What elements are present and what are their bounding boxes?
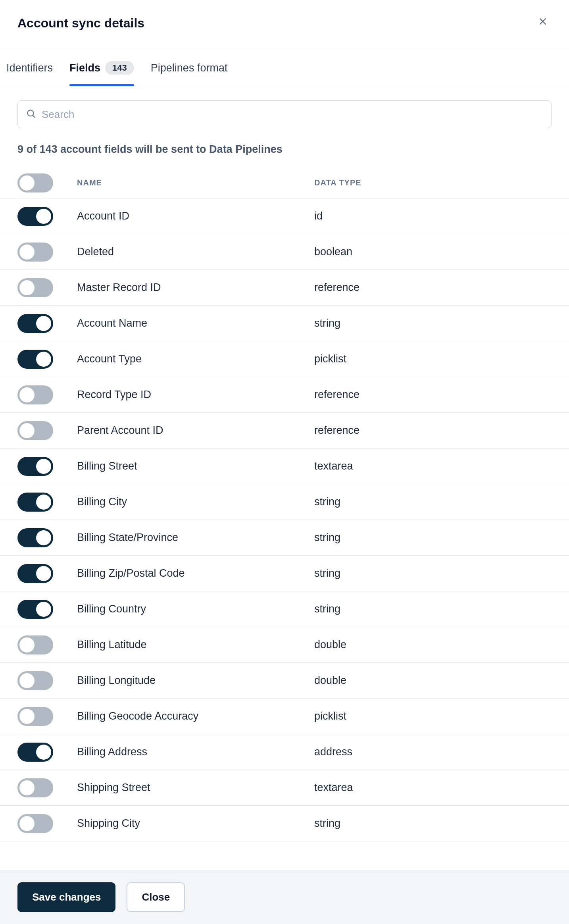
tab-label: Pipelines format [151, 62, 228, 74]
field-name: Billing Longitude [77, 674, 314, 687]
field-name: Deleted [77, 246, 314, 258]
close-footer-button[interactable]: Close [127, 882, 185, 901]
field-name: Account ID [77, 210, 314, 222]
fields-table: Name Data Type Account IDidDeletedboolea… [17, 167, 552, 841]
field-type: boolean [314, 246, 552, 258]
field-toggle[interactable] [17, 207, 53, 226]
field-toggle[interactable] [17, 814, 53, 833]
field-type: string [314, 603, 552, 615]
field-type: double [314, 639, 552, 651]
field-toggle[interactable] [17, 564, 53, 583]
toggle-all[interactable] [17, 173, 53, 192]
save-button[interactable]: Save changes [17, 882, 115, 901]
field-name: Billing City [77, 496, 314, 508]
field-name: Billing Latitude [77, 639, 314, 651]
table-row: Billing Zip/Postal Codestring [0, 556, 569, 591]
table-row: Account Typepicklist [0, 341, 569, 377]
field-name: Billing Street [77, 460, 314, 472]
tab-fields[interactable]: Fields 143 [69, 49, 134, 86]
tab-identifiers[interactable]: Identifiers [6, 49, 53, 86]
column-header-name: Name [77, 178, 314, 187]
search-icon [26, 108, 36, 120]
field-toggle[interactable] [17, 707, 53, 726]
field-type: string [314, 317, 552, 329]
tab-badge: 143 [105, 61, 134, 75]
table-header-row: Name Data Type [0, 167, 569, 198]
field-toggle[interactable] [17, 385, 53, 404]
close-icon [538, 17, 548, 26]
field-toggle[interactable] [17, 743, 53, 762]
field-name: Billing Address [77, 746, 314, 758]
field-type: picklist [314, 710, 552, 722]
field-toggle[interactable] [17, 600, 53, 619]
field-name: Account Name [77, 317, 314, 329]
table-row: Billing Citystring [0, 484, 569, 520]
field-type: textarea [314, 460, 552, 472]
field-name: Master Record ID [77, 281, 314, 294]
field-name: Parent Account ID [77, 424, 314, 437]
tab-label: Fields [69, 62, 100, 74]
summary-text: 9 of 143 account fields will be sent to … [17, 143, 552, 156]
field-type: textarea [314, 782, 552, 794]
table-row: Shipping Streettextarea [0, 770, 569, 806]
field-toggle[interactable] [17, 671, 53, 690]
page-title: Account sync details [17, 16, 144, 31]
field-toggle[interactable] [17, 421, 53, 440]
field-type: reference [314, 281, 552, 294]
table-row: Shipping Citystring [0, 806, 569, 841]
field-toggle[interactable] [17, 457, 53, 476]
footer-bar: Save changes Close [0, 870, 569, 901]
field-toggle[interactable] [17, 314, 53, 333]
svg-point-2 [27, 110, 33, 116]
column-header-type: Data Type [314, 178, 552, 187]
table-row: Parent Account IDreference [0, 413, 569, 449]
field-type: id [314, 210, 552, 222]
close-button[interactable] [534, 13, 552, 30]
field-toggle[interactable] [17, 635, 53, 654]
table-row: Record Type IDreference [0, 377, 569, 413]
table-row: Billing Addressaddress [0, 734, 569, 770]
field-toggle[interactable] [17, 243, 53, 262]
table-row: Billing Latitudedouble [0, 627, 569, 663]
tab-bar: Identifiers Fields 143 Pipelines format [0, 49, 569, 86]
field-name: Billing Zip/Postal Code [77, 567, 314, 579]
table-row: Billing State/Provincestring [0, 520, 569, 556]
field-type: reference [314, 389, 552, 401]
modal-header: Account sync details [0, 0, 569, 49]
field-name: Billing Geocode Accuracy [77, 710, 314, 722]
field-toggle[interactable] [17, 278, 53, 297]
table-row: Billing Geocode Accuracypicklist [0, 699, 569, 734]
table-row: Account IDid [0, 198, 569, 234]
table-row: Billing Countrystring [0, 591, 569, 627]
field-type: string [314, 496, 552, 508]
field-name: Shipping Street [77, 782, 314, 794]
field-toggle[interactable] [17, 528, 53, 547]
search-field-container[interactable] [17, 100, 552, 128]
field-type: address [314, 746, 552, 758]
field-name: Billing Country [77, 603, 314, 615]
field-name: Billing State/Province [77, 531, 314, 544]
tab-label: Identifiers [6, 62, 53, 74]
field-type: string [314, 817, 552, 830]
search-input[interactable] [42, 108, 543, 121]
table-row: Deletedboolean [0, 234, 569, 270]
field-type: string [314, 531, 552, 544]
field-toggle[interactable] [17, 778, 53, 797]
table-row: Master Record IDreference [0, 270, 569, 306]
table-row: Billing Longitudedouble [0, 663, 569, 699]
field-type: reference [314, 424, 552, 437]
table-row: Account Namestring [0, 306, 569, 341]
tab-pipelines-format[interactable]: Pipelines format [151, 49, 228, 86]
field-type: double [314, 674, 552, 687]
field-name: Shipping City [77, 817, 314, 830]
svg-line-3 [33, 116, 35, 117]
field-type: string [314, 567, 552, 579]
field-toggle[interactable] [17, 493, 53, 512]
field-toggle[interactable] [17, 350, 53, 369]
field-name: Account Type [77, 353, 314, 365]
table-row: Billing Streettextarea [0, 449, 569, 484]
field-name: Record Type ID [77, 389, 314, 401]
field-type: picklist [314, 353, 552, 365]
